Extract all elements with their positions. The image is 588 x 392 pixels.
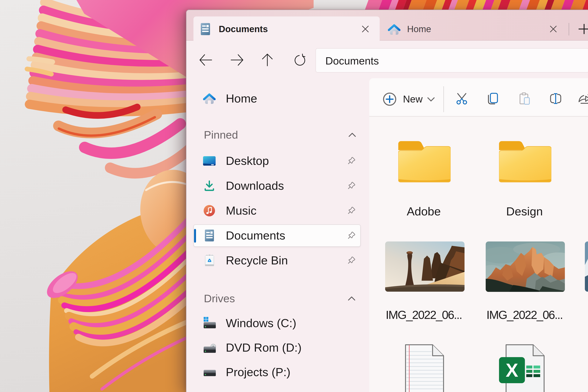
svg-text:X: X: [506, 360, 518, 381]
